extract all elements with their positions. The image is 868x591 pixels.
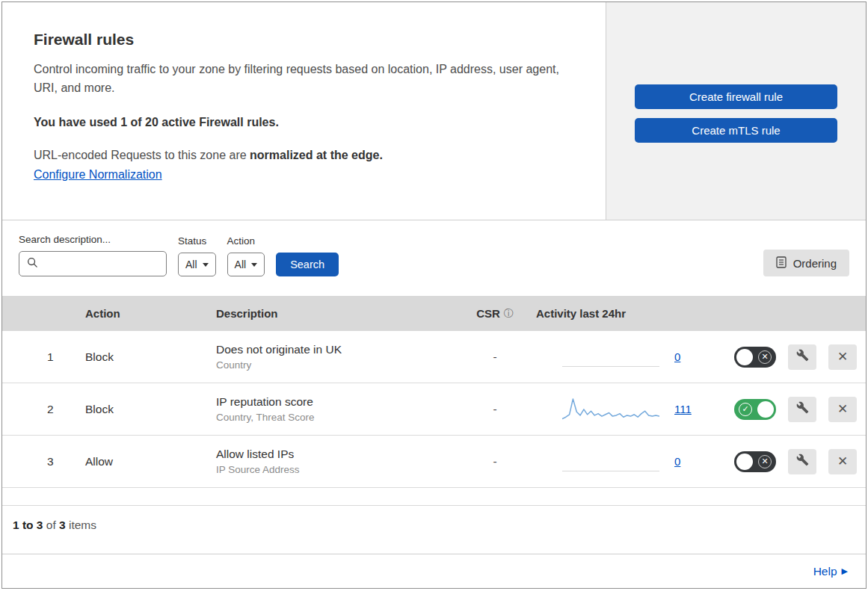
edit-rule-button[interactable] [788, 344, 816, 370]
rule-csr: - [461, 403, 529, 416]
rule-controls: ✕ ✕ [719, 344, 866, 370]
rule-activity-cell: 0 [529, 448, 719, 476]
edit-rule-button[interactable] [788, 397, 816, 422]
rule-description-cell: Allow listed IPs IP Source Address [204, 448, 461, 475]
rule-activity-cell: 0 [529, 343, 719, 371]
status-value: All [185, 259, 197, 270]
action-label: Action [227, 235, 265, 247]
create-mtls-rule-button[interactable]: Create mTLS rule [635, 118, 837, 143]
ordering-button[interactable]: Ordering [763, 250, 849, 276]
search-icon [27, 257, 38, 271]
wrench-icon [796, 349, 809, 365]
normalization-bold: normalized at the edge. [250, 149, 383, 161]
rule-csr: - [461, 455, 529, 468]
toggle-knob [736, 349, 753, 365]
pagination-summary: 1 to 3 of 3 items [2, 506, 866, 546]
status-dropdown[interactable]: All [178, 253, 216, 276]
activity-sparkline [562, 395, 659, 424]
arrow-right-icon: ▶ [842, 566, 848, 576]
toggle-on-icon: ✓ [739, 403, 752, 416]
csr-header-label: CSR [476, 307, 500, 320]
activity-sparkline [562, 343, 659, 371]
help-link[interactable]: Help ▶ [813, 565, 848, 578]
rule-index: 3 [2, 455, 73, 468]
wrench-icon [796, 401, 809, 418]
delete-rule-button[interactable]: ✕ [828, 344, 857, 370]
action-panel: Create firewall rule Create mTLS rule [606, 2, 866, 220]
activity-column-header: Activity last 24hr [529, 307, 719, 320]
table-row: 2 Block IP reputation score Country, Thr… [2, 383, 866, 436]
action-dropdown[interactable]: All [227, 253, 265, 276]
rule-action: Block [73, 403, 204, 416]
chevron-down-icon [203, 263, 209, 267]
activity-count-link[interactable]: 111 [674, 403, 694, 415]
normalization-prefix: URL-encoded Requests to this zone are [34, 149, 250, 161]
description-column-header: Description [204, 307, 461, 320]
info-icon[interactable]: ⓘ [504, 307, 514, 321]
rule-activity-cell: 111 [529, 395, 719, 424]
usage-summary: You have used 1 of 20 active Firewall ru… [34, 116, 576, 129]
toggle-knob [736, 454, 753, 470]
help-bar: Help ▶ [2, 554, 866, 588]
rule-description: Does not originate in UK [216, 343, 461, 356]
toggle-off-icon: ✕ [758, 350, 772, 364]
close-icon: ✕ [837, 401, 848, 417]
rule-enabled-toggle[interactable]: ✕ [734, 347, 776, 368]
configure-normalization-link[interactable]: Configure Normalization [34, 168, 162, 182]
search-label: Search description... [19, 234, 167, 245]
rule-fields: IP Source Address [216, 464, 461, 475]
delete-rule-button[interactable]: ✕ [828, 449, 857, 474]
action-column-header: Action [73, 307, 204, 320]
action-value: All [235, 259, 247, 270]
firewall-rules-page: Firewall rules Control incoming traffic … [1, 1, 867, 589]
delete-rule-button[interactable]: ✕ [828, 397, 857, 422]
rule-description: IP reputation score [216, 395, 461, 409]
rule-description-cell: Does not originate in UK Country [204, 343, 461, 371]
rule-csr: - [461, 350, 529, 364]
items-text: items [66, 519, 96, 531]
activity-count-link[interactable]: 0 [674, 350, 694, 363]
create-firewall-rule-button[interactable]: Create firewall rule [635, 84, 837, 109]
close-icon: ✕ [837, 349, 848, 365]
wrench-icon [796, 454, 809, 470]
rule-index: 2 [2, 403, 73, 416]
rule-index: 1 [2, 350, 73, 364]
filter-bar: Search description... Status All Action … [2, 220, 866, 296]
rule-enabled-toggle[interactable]: ✓ [734, 399, 776, 420]
rule-enabled-toggle[interactable]: ✕ [734, 451, 776, 472]
rule-fields: Country, Threat Score [216, 412, 461, 423]
edit-rule-button[interactable] [788, 449, 816, 474]
status-label: Status [178, 235, 216, 247]
rule-action: Block [73, 350, 204, 364]
rule-description-cell: IP reputation score Country, Threat Scor… [204, 395, 461, 423]
toggle-knob [757, 401, 774, 418]
activity-sparkline [562, 448, 659, 476]
search-button[interactable]: Search [276, 253, 339, 276]
rule-action: Allow [73, 455, 204, 468]
of-text: of [43, 519, 59, 531]
items-range: 1 to 3 [13, 519, 43, 531]
action-filter-group: Action All [227, 235, 265, 276]
csr-column-header: CSR ⓘ [461, 307, 529, 321]
status-filter-group: Status All [178, 235, 216, 276]
help-label: Help [813, 565, 837, 578]
intro-card: Firewall rules Control incoming traffic … [2, 2, 606, 220]
activity-count-link[interactable]: 0 [674, 455, 694, 468]
table-end-spacer [2, 488, 866, 506]
chevron-down-icon [251, 263, 257, 267]
rule-controls: ✕ ✕ [719, 449, 866, 474]
table-row: 3 Allow Allow listed IPs IP Source Addre… [2, 436, 866, 488]
list-icon [776, 256, 787, 270]
page-title: Firewall rules [34, 31, 576, 49]
rule-description: Allow listed IPs [216, 448, 461, 461]
search-input[interactable] [19, 251, 167, 276]
table-row: 1 Block Does not originate in UK Country… [2, 331, 866, 383]
search-group: Search description... [19, 234, 167, 276]
rule-fields: Country [216, 359, 461, 371]
close-icon: ✕ [837, 454, 848, 469]
table-header: Action Description CSR ⓘ Activity last 2… [2, 296, 866, 331]
ordering-label: Ordering [793, 257, 837, 270]
normalization-note: URL-encoded Requests to this zone are no… [34, 149, 576, 162]
page-description: Control incoming traffic to your zone by… [34, 61, 564, 98]
toggle-off-icon: ✕ [758, 455, 772, 468]
